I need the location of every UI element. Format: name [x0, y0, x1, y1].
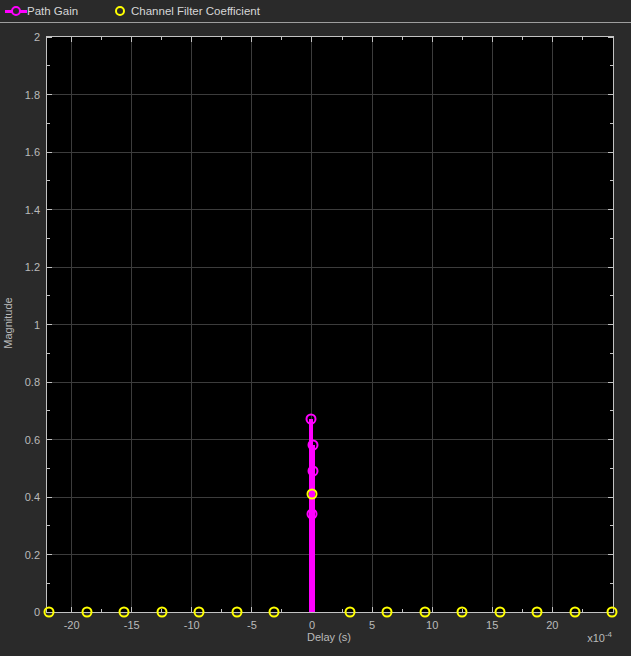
y-axis-tick: [608, 152, 613, 153]
y-axis-tick: [608, 267, 613, 268]
channel-filter-marker: [306, 489, 317, 500]
x-axis-tick: [552, 37, 553, 42]
y-gridline: [47, 94, 613, 95]
y-gridline: [47, 382, 613, 383]
x-tick-label: 0: [309, 619, 315, 631]
legend: Path GainChannel Filter Coefficient: [0, 0, 631, 22]
channel-filter-marker: [344, 607, 355, 618]
channel-filter-marker: [532, 607, 543, 618]
y-axis-tick: [47, 554, 52, 555]
x-axis-tick: [311, 37, 312, 42]
channel-filter-marker: [194, 607, 205, 618]
x-tick-label: 20: [546, 619, 558, 631]
x-axis-tick: [402, 37, 403, 40]
x-axis-tick: [71, 607, 72, 612]
channel-filter-marker: [81, 607, 92, 618]
x-axis-tick: [342, 37, 343, 40]
y-axis-tick: [47, 497, 52, 498]
y-axis-tick: [47, 180, 50, 181]
y-axis-tick: [47, 525, 50, 526]
x-axis-tick: [432, 37, 433, 42]
y-axis-tick: [47, 94, 52, 95]
legend-item-label: Path Gain: [27, 5, 78, 17]
y-axis-tick: [610, 180, 613, 181]
y-axis-tick: [47, 152, 52, 153]
y-axis-tick: [47, 324, 52, 325]
y-tick-label: 1.6: [25, 146, 40, 158]
y-axis-tick: [608, 382, 613, 383]
y-axis-tick: [47, 209, 52, 210]
x-axis-tick: [372, 37, 373, 42]
x-axis-tick: [131, 37, 132, 42]
x-tick-label: -15: [124, 619, 140, 631]
y-axis-tick: [608, 439, 613, 440]
y-axis-tick: [47, 353, 50, 354]
y-tick-label: 1.8: [25, 89, 40, 101]
channel-filter-marker: [156, 607, 167, 618]
legend-item-channel-filter-coefficient: Channel Filter Coefficient: [115, 0, 260, 22]
x-tick-label: -5: [247, 619, 257, 631]
y-gridline: [47, 267, 613, 268]
y-tick-label: 0.4: [25, 491, 40, 503]
y-tick-label: 2: [34, 31, 40, 43]
y-axis-tick: [47, 410, 50, 411]
y-axis-tick: [47, 295, 50, 296]
channel-filter-marker: [457, 607, 468, 618]
channel-filter-marker: [382, 607, 393, 618]
axis-exponent-label: x10-4: [587, 630, 612, 644]
x-axis-tick: [71, 37, 72, 42]
channel-filter-marker: [119, 607, 130, 618]
y-axis-tick: [610, 468, 613, 469]
x-axis-tick: [131, 607, 132, 612]
x-axis-tick: [281, 37, 282, 40]
path-gain-marker: [305, 414, 316, 425]
y-axis-tick: [47, 267, 52, 268]
x-axis-tick: [251, 607, 252, 612]
x-tick-label: -20: [64, 619, 80, 631]
x-axis-tick: [432, 607, 433, 612]
y-axis-tick: [47, 468, 50, 469]
y-gridline: [47, 152, 613, 153]
legend-item-label: Channel Filter Coefficient: [131, 5, 260, 17]
y-axis-tick: [610, 353, 613, 354]
channel-filter-coefficient-marker-icon: [115, 6, 125, 16]
y-axis-tick: [608, 37, 613, 38]
y-axis-tick: [610, 525, 613, 526]
y-tick-label: 0.8: [25, 376, 40, 388]
y-axis-tick: [608, 554, 613, 555]
y-axis-tick: [47, 238, 50, 239]
channel-filter-marker: [494, 607, 505, 618]
y-tick-label: 1.2: [25, 261, 40, 273]
x-axis-tick: [402, 609, 403, 612]
y-axis-tick: [47, 37, 52, 38]
y-axis-tick: [608, 497, 613, 498]
y-gridline: [47, 209, 613, 210]
x-axis-tick: [191, 607, 192, 612]
x-tick-label: 10: [426, 619, 438, 631]
y-gridline: [47, 554, 613, 555]
x-axis-tick: [221, 37, 222, 40]
x-axis-tick: [582, 609, 583, 612]
y-tick-label: 0.2: [25, 549, 40, 561]
y-axis-tick: [47, 583, 50, 584]
x-axis-tick: [101, 37, 102, 40]
channel-filter-marker: [569, 607, 580, 618]
x-tick-label: 5: [369, 619, 375, 631]
x-axis-label: Delay (s): [307, 631, 351, 643]
channel-filter-marker: [607, 607, 618, 618]
y-axis-label: Magnitude: [2, 297, 14, 348]
x-axis-tick: [582, 37, 583, 40]
exponent-base: x10: [587, 632, 605, 644]
path-gain-marker-icon: [11, 6, 21, 16]
channel-filter-marker: [419, 607, 430, 618]
y-tick-label: 1.4: [25, 204, 40, 216]
path-gain-marker: [306, 509, 317, 520]
y-gridline: [47, 497, 613, 498]
exponent-power: -4: [605, 630, 612, 639]
x-axis-tick: [161, 37, 162, 40]
path-gain-marker: [307, 466, 318, 477]
y-gridline: [47, 439, 613, 440]
y-tick-label: 1: [34, 319, 40, 331]
legend-item-path-gain: Path Gain: [5, 0, 78, 22]
x-tick-label: -10: [184, 619, 200, 631]
